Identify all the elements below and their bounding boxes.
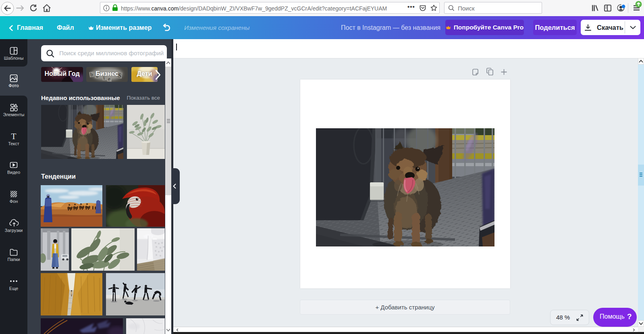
svg-text:T: T (11, 132, 17, 141)
